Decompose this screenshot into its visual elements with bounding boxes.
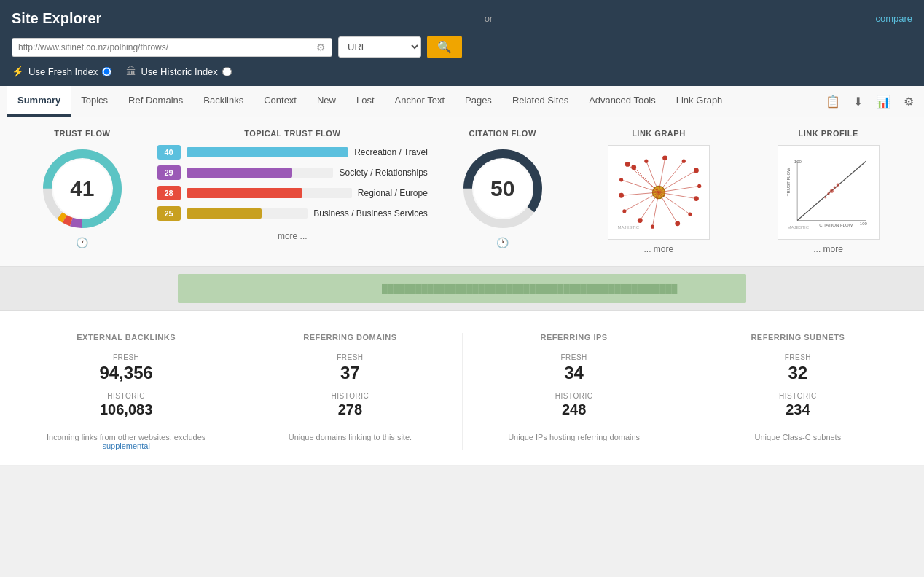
tab-advanced-tools[interactable]: Advanced Tools bbox=[579, 86, 666, 117]
header-top: Site Explorer or compare bbox=[12, 10, 912, 27]
compare-label: or bbox=[485, 13, 493, 24]
url-type-select[interactable]: URL Domain Root Domain Subdomain bbox=[338, 36, 421, 58]
tab-related-sites[interactable]: Related Sites bbox=[502, 86, 579, 117]
ext-historic-label: HISTORIC bbox=[107, 392, 145, 400]
svg-point-37 bbox=[619, 193, 624, 198]
referring-subnets-title: REFERRING SUBNETS bbox=[751, 333, 845, 342]
historic-index-option[interactable]: 🏛 Use Historic Index bbox=[126, 66, 231, 77]
topical-trust-flow-title: TOPICAL TRUST FLOW bbox=[244, 129, 340, 138]
svg-point-52 bbox=[824, 196, 826, 198]
svg-point-32 bbox=[688, 212, 692, 216]
topical-item-1: 29 Society / Relationships bbox=[157, 165, 428, 180]
svg-line-14 bbox=[659, 170, 696, 192]
tab-new[interactable]: New bbox=[307, 86, 346, 117]
link-profile-title: LINK PROFILE bbox=[798, 129, 858, 138]
rs-fresh-value: 32 bbox=[788, 363, 808, 383]
ext-historic-value: 106,083 bbox=[100, 401, 152, 418]
download-icon[interactable]: ⬇ bbox=[850, 92, 866, 111]
link-graph-image[interactable]: MAJESTIC bbox=[608, 145, 710, 240]
link-graph-title: LINK GRAPH bbox=[632, 129, 685, 138]
historic-index-radio[interactable] bbox=[222, 67, 232, 76]
ri-historic-value: 248 bbox=[562, 401, 586, 418]
topical-item-3: 25 Business / Business Services bbox=[157, 206, 428, 221]
svg-text:CITATION FLOW: CITATION FLOW bbox=[819, 223, 853, 227]
tab-summary[interactable]: Summary bbox=[7, 86, 71, 117]
link-graph-more-link[interactable]: ... more bbox=[644, 244, 674, 254]
banner-image: ████████████████████████████████████████… bbox=[178, 274, 746, 303]
topic-bar-0 bbox=[187, 147, 349, 157]
search-button[interactable]: 🔍 bbox=[427, 36, 462, 58]
historic-index-label: Use Historic Index bbox=[141, 66, 217, 77]
svg-line-23 bbox=[621, 180, 658, 192]
index-options: ⚡ Use Fresh Index 🏛 Use Historic Index bbox=[12, 66, 912, 77]
topic-label-3: Business / Business Services bbox=[313, 208, 428, 219]
link-profile-more-link[interactable]: ... more bbox=[813, 244, 843, 254]
tab-ref-domains[interactable]: Ref Domains bbox=[118, 86, 193, 117]
tab-lost[interactable]: Lost bbox=[346, 86, 385, 117]
citation-flow-title: CITATION FLOW bbox=[469, 129, 536, 138]
link-profile-section: LINK PROFILE CITATION FLOW TRUST FLOW 10… bbox=[747, 129, 909, 254]
citation-flow-section: CITATION FLOW 50 🕐 bbox=[435, 129, 571, 254]
lightning-icon: ⚡ bbox=[12, 66, 24, 77]
url-input[interactable] bbox=[18, 42, 316, 52]
svg-point-38 bbox=[619, 178, 623, 181]
topical-more-link[interactable]: more ... bbox=[278, 231, 308, 241]
tab-topics[interactable]: Topics bbox=[71, 86, 118, 117]
svg-line-18 bbox=[659, 192, 678, 224]
external-backlinks-col: EXTERNAL BACKLINKS FRESH 94,356 HISTORIC… bbox=[15, 333, 238, 450]
settings-icon[interactable]: ⚙ bbox=[901, 92, 917, 111]
ri-description: Unique IPs hosting referring domains bbox=[508, 433, 640, 441]
tab-anchor-text[interactable]: Anchor Text bbox=[385, 86, 455, 117]
citation-flow-history-icon[interactable]: 🕐 bbox=[496, 237, 509, 248]
supplemental-link[interactable]: supplemental bbox=[102, 441, 149, 450]
topic-badge-0: 40 bbox=[157, 145, 181, 160]
topical-item-2: 28 Regional / Europe bbox=[157, 186, 428, 200]
tab-context[interactable]: Context bbox=[254, 86, 307, 117]
svg-text:TRUST FLOW: TRUST FLOW bbox=[786, 168, 790, 196]
svg-point-27 bbox=[662, 155, 667, 160]
table-icon[interactable]: 📊 bbox=[873, 92, 893, 111]
ext-fresh-value: 94,356 bbox=[99, 363, 152, 383]
link-graph-section: LINK GRAPH bbox=[578, 129, 740, 254]
fresh-index-label: Use Fresh Index bbox=[28, 66, 98, 77]
svg-point-31 bbox=[694, 196, 699, 201]
citation-flow-donut: 50 bbox=[459, 145, 547, 232]
topic-bar-wrap-0 bbox=[187, 147, 349, 157]
gear-icon[interactable]: ⚙ bbox=[316, 42, 326, 53]
referring-domains-col: REFERRING DOMAINS FRESH 37 HISTORIC 278 … bbox=[238, 333, 462, 450]
tab-backlinks[interactable]: Backlinks bbox=[193, 86, 254, 117]
svg-point-26 bbox=[644, 160, 648, 163]
trust-flow-donut: 41 bbox=[39, 145, 126, 232]
referring-subnets-col: REFERRING SUBNETS FRESH 32 HISTORIC 234 … bbox=[686, 333, 909, 450]
topic-bar-1 bbox=[187, 168, 292, 178]
svg-text:100: 100 bbox=[794, 160, 802, 164]
citation-flow-value: 50 bbox=[490, 176, 514, 201]
clipboard-icon[interactable]: 📋 bbox=[823, 92, 843, 111]
ext-description: Incoming links from other websites, excl… bbox=[29, 433, 223, 450]
compare-link[interactable]: compare bbox=[875, 13, 912, 24]
topical-trust-flow-section: TOPICAL TRUST FLOW 40 Recreation / Trave… bbox=[157, 129, 428, 254]
fresh-index-option[interactable]: ⚡ Use Fresh Index bbox=[12, 66, 111, 77]
svg-line-17 bbox=[659, 192, 690, 214]
rd-fresh-label: FRESH bbox=[337, 353, 363, 361]
svg-point-51 bbox=[836, 184, 839, 187]
svg-point-49 bbox=[833, 186, 835, 188]
tab-link-graph[interactable]: Link Graph bbox=[666, 86, 733, 117]
svg-point-25 bbox=[631, 165, 636, 170]
link-profile-image[interactable]: CITATION FLOW TRUST FLOW 100 100 MAJESTI… bbox=[778, 145, 880, 240]
svg-point-35 bbox=[638, 218, 643, 223]
tab-pages[interactable]: Pages bbox=[455, 86, 502, 117]
external-backlinks-title: EXTERNAL BACKLINKS bbox=[77, 333, 176, 342]
rd-historic-value: 278 bbox=[338, 401, 362, 418]
main-content: TRUST FLOW 41 🕐 TOPICAL TRUST FL bbox=[0, 117, 924, 466]
nav-tabs: Summary Topics Ref Domains Backlinks Con… bbox=[0, 86, 924, 117]
trust-flow-history-icon[interactable]: 🕐 bbox=[76, 237, 88, 248]
trust-flow-section: TRUST FLOW 41 🕐 bbox=[15, 129, 150, 254]
ri-fresh-label: FRESH bbox=[560, 353, 587, 361]
topic-label-0: Recreation / Travel bbox=[354, 147, 428, 157]
fresh-index-radio[interactable] bbox=[102, 67, 111, 76]
header: Site Explorer or compare ⚙ URL Domain Ro… bbox=[0, 0, 924, 86]
svg-point-28 bbox=[682, 160, 686, 163]
topic-bar-2 bbox=[187, 188, 302, 198]
ext-fresh-label: FRESH bbox=[113, 353, 139, 361]
